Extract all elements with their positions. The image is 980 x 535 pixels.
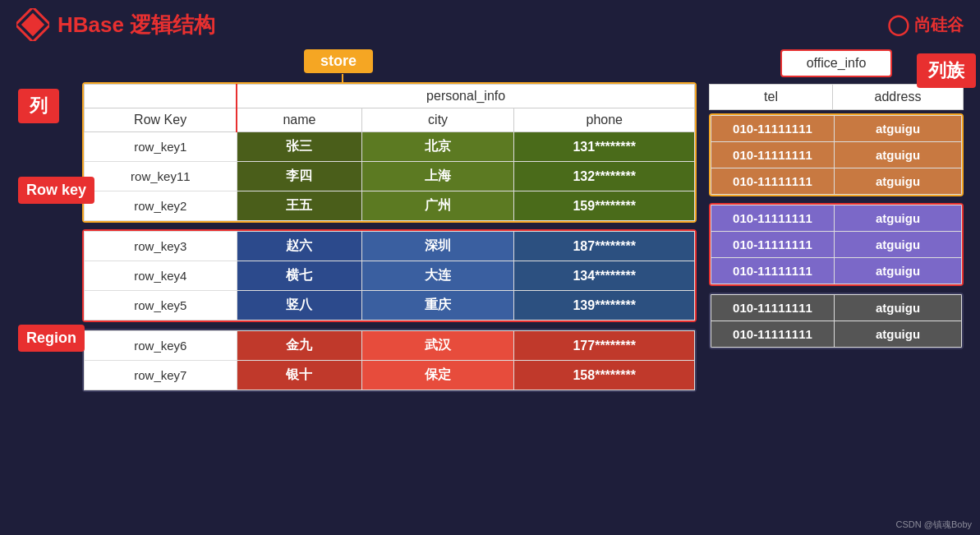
table-row: row_key3 赵六 深圳 187******** <box>85 232 695 261</box>
table-row: 010-11111111 atguigu <box>711 205 962 232</box>
right-region2-table: 010-11111111 atguigu 010-11111111 atguig… <box>711 294 962 348</box>
r0-city-2: 广州 <box>361 191 514 221</box>
rt1-addr-1: atguigu <box>835 232 962 258</box>
rt2-addr-0: atguigu <box>835 295 962 321</box>
right-region0-wrapper: 010-11111111 atguigu 010-11111111 atguig… <box>709 113 964 196</box>
brand-icon: ◯ <box>887 13 909 36</box>
label-liezu: 列族 <box>917 53 976 88</box>
region0-wrapper: personal_info Row Key name city phone ro… <box>82 82 697 223</box>
r0-city-1: 上海 <box>361 162 514 191</box>
r0-rowkey-1: row_key11 <box>85 162 237 191</box>
table-row: row_key2 王五 广州 159******** <box>85 191 695 221</box>
r0-rowkey-0: row_key1 <box>85 132 237 162</box>
r1-phone-0: 187******** <box>514 232 695 261</box>
right-region1-table: 010-11111111 atguigu 010-11111111 atguig… <box>711 205 962 284</box>
r2-rowkey-1: row_key7 <box>85 361 237 390</box>
r2-phone-0: 177******** <box>514 331 695 361</box>
rt0-addr-0: atguigu <box>835 116 962 142</box>
rt1-addr-0: atguigu <box>835 205 962 232</box>
r0-phone-0: 131******** <box>514 132 695 162</box>
r2-phone-1: 158******** <box>514 361 695 390</box>
r2-city-1: 保定 <box>361 361 514 390</box>
rt1-tel-2: 010-11111111 <box>711 258 835 284</box>
right-section: office_info 列族 tel address 010-1 <box>709 49 964 399</box>
rt1-addr-2: atguigu <box>835 258 962 284</box>
page-title: HBase 逻辑结构 <box>58 11 215 39</box>
table-row: 010-11111111 atguigu <box>711 116 962 142</box>
label-rowkey: Row key <box>18 177 94 204</box>
rt1-tel-0: 010-11111111 <box>711 205 835 232</box>
page: HBase 逻辑结构 ◯ 尚硅谷 store 列 <box>0 0 980 535</box>
rt1-tel-1: 010-11111111 <box>711 232 835 258</box>
right-region0-table: 010-11111111 atguigu 010-11111111 atguig… <box>711 115 962 195</box>
region1-wrapper: row_key3 赵六 深圳 187******** row_key4 横七 大… <box>82 229 697 322</box>
rt0-addr-1: atguigu <box>835 142 962 168</box>
r0-name-2: 王五 <box>237 191 361 221</box>
col-tel: tel <box>710 85 833 110</box>
table-row: 010-11111111 atguigu <box>711 295 962 321</box>
region2-table: row_key6 金九 武汉 177******** row_key7 银十 保… <box>84 330 695 390</box>
col-name: name <box>237 108 361 132</box>
r2-name-0: 金九 <box>237 331 361 361</box>
region1-table: row_key3 赵六 深圳 187******** row_key4 横七 大… <box>84 231 695 321</box>
rt0-tel-2: 010-11111111 <box>711 168 835 195</box>
table-row: 010-11111111 atguigu <box>711 142 962 168</box>
col-rk: Row Key <box>85 108 237 132</box>
table-row: 010-11111111 atguigu <box>711 168 962 195</box>
rt2-tel-0: 010-11111111 <box>711 295 835 321</box>
table-row: row_key4 横七 大连 134******** <box>85 261 695 291</box>
office-info-box: office_info <box>780 49 893 77</box>
label-region: Region <box>18 325 85 352</box>
r0-name-1: 李四 <box>237 162 361 191</box>
r0-phone-2: 159******** <box>514 191 695 221</box>
brand-logo: ◯ 尚硅谷 <box>887 13 964 36</box>
col-phone: phone <box>514 108 695 132</box>
r2-name-1: 银十 <box>237 361 361 390</box>
col-address: address <box>833 85 964 110</box>
right-region1-wrapper: 010-11111111 atguigu 010-11111111 atguig… <box>709 203 964 286</box>
r2-rowkey-0: row_key6 <box>85 331 237 361</box>
rt0-tel-1: 010-11111111 <box>711 142 835 168</box>
r0-phone-1: 132******** <box>514 162 695 191</box>
r1-rowkey-1: row_key4 <box>85 261 237 291</box>
store-label: store <box>304 49 373 73</box>
table-row: row_key7 银十 保定 158******** <box>85 361 695 390</box>
rt2-tel-1: 010-11111111 <box>711 321 835 348</box>
logo-icon <box>16 8 49 41</box>
r1-rowkey-2: row_key5 <box>85 291 237 321</box>
r1-name-2: 竖八 <box>237 291 361 321</box>
r1-phone-2: 139******** <box>514 291 695 321</box>
table-row: 010-11111111 atguigu <box>711 232 962 258</box>
r1-name-0: 赵六 <box>237 232 361 261</box>
r1-rowkey-0: row_key3 <box>85 232 237 261</box>
r0-city-0: 北京 <box>361 132 514 162</box>
personal-info-header: personal_info <box>237 85 694 108</box>
r1-city-2: 重庆 <box>361 291 514 321</box>
r1-city-0: 深圳 <box>361 232 514 261</box>
header: HBase 逻辑结构 ◯ 尚硅谷 <box>16 8 964 41</box>
rt0-tel-0: 010-11111111 <box>711 116 835 142</box>
header-left: HBase 逻辑结构 <box>16 8 215 41</box>
right-region2-wrapper: 010-11111111 atguigu 010-11111111 atguig… <box>709 293 964 349</box>
table-row: row_key11 李四 上海 132******** <box>85 162 695 191</box>
table-row: row_key1 张三 北京 131******** <box>85 132 695 162</box>
watermark: CSDN @镇魂Boby <box>896 519 972 531</box>
r1-phone-1: 134******** <box>514 261 695 291</box>
r0-name-0: 张三 <box>237 132 361 162</box>
col-city: city <box>361 108 514 132</box>
col-rowkey-header <box>85 85 237 108</box>
r1-name-1: 横七 <box>237 261 361 291</box>
table-row: row_key6 金九 武汉 177******** <box>85 331 695 361</box>
r0-rowkey-2: row_key2 <box>85 191 237 221</box>
region2-wrapper: row_key6 金九 武汉 177******** row_key7 银十 保… <box>82 329 697 392</box>
r2-city-0: 武汉 <box>361 331 514 361</box>
rt2-addr-1: atguigu <box>835 321 962 348</box>
rt0-addr-2: atguigu <box>835 168 962 195</box>
r1-city-1: 大连 <box>361 261 514 291</box>
table-row: 010-11111111 atguigu <box>711 258 962 284</box>
table-row: row_key5 竖八 重庆 139******** <box>85 291 695 321</box>
table-row: 010-11111111 atguigu <box>711 321 962 348</box>
brand-name: 尚硅谷 <box>914 14 964 36</box>
label-lie: 列 <box>18 89 59 123</box>
region0-table: personal_info Row Key name city phone ro… <box>84 84 695 221</box>
